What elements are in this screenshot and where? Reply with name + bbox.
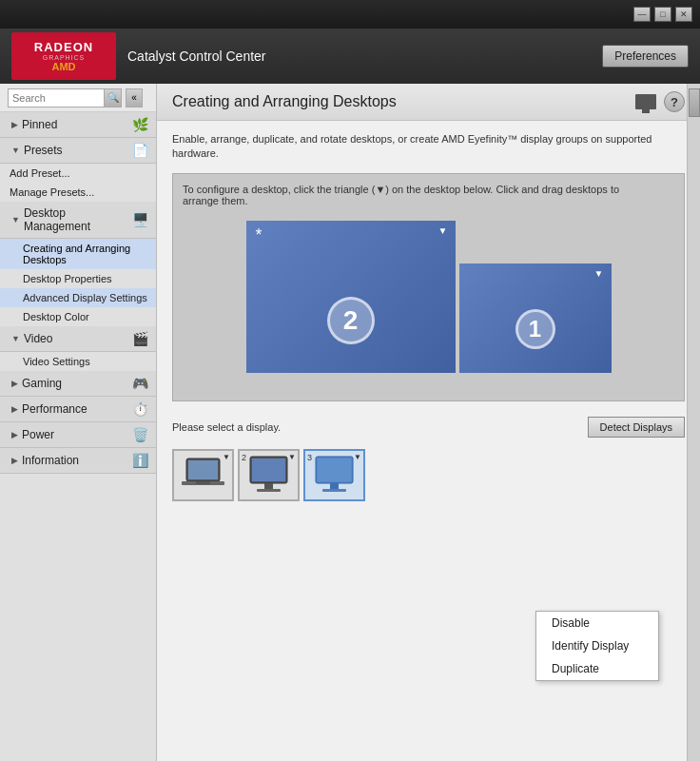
sidebar-item-video[interactable]: ▼ Video 🎬 [0, 326, 156, 352]
monitor-2-icon [247, 455, 290, 495]
content-area: Creating and Arranging Desktops ? Enable… [157, 84, 700, 761]
preferences-button[interactable]: Preferences [602, 45, 689, 68]
search-input[interactable] [9, 92, 104, 104]
presets-label: Presets [24, 144, 63, 157]
context-menu: Disable Identify Display Duplicate [535, 611, 659, 681]
display-1-dropdown[interactable]: ▼ [594, 268, 604, 279]
help-button[interactable]: ? [664, 91, 685, 112]
header-icons: ? [635, 91, 685, 112]
scrollbar-thumb[interactable] [689, 88, 700, 117]
sidebar-toolbar: 🔍 « [0, 84, 156, 112]
titlebar: — □ ✕ [0, 0, 700, 29]
svg-rect-7 [257, 489, 281, 492]
sidebar-item-performance[interactable]: ▶ Performance ⏱️ [0, 397, 156, 422]
sidebar-creating-arranging[interactable]: Creating and Arranging Desktops [0, 239, 156, 269]
laptop-icon [182, 457, 224, 493]
thumbnail-2-dropdown[interactable]: ▼ [288, 453, 296, 461]
svg-rect-5 [252, 459, 285, 481]
sidebar-item-presets[interactable]: ▼ Presets 📄 [0, 138, 156, 164]
svg-rect-3 [196, 481, 210, 484]
information-left: ▶ Information [11, 454, 79, 467]
logo-text-graphics: GRAPHICS [43, 54, 86, 61]
gaming-label: Gaming [22, 377, 62, 390]
content-title: Creating and Arranging Desktops [172, 93, 397, 110]
display-2-dropdown[interactable]: ▼ [438, 225, 448, 236]
performance-icon: ⏱️ [132, 401, 148, 417]
thumbnail-display-2[interactable]: 2 ▼ [238, 449, 300, 501]
description-text: Enable, arrange, duplicate, and rotate d… [172, 132, 685, 162]
gaming-arrow: ▶ [11, 379, 18, 388]
sidebar-video-settings[interactable]: Video Settings [0, 352, 156, 371]
presets-arrow: ▼ [11, 146, 20, 155]
sidebar-manage-presets[interactable]: Manage Presets... [0, 183, 156, 202]
thumbnail-laptop-dropdown[interactable]: ▼ [223, 453, 230, 461]
maximize-button[interactable]: □ [654, 7, 671, 22]
pinned-arrow: ▶ [11, 120, 18, 129]
sidebar-advanced-display[interactable]: Advanced Display Settings [0, 288, 156, 307]
svg-rect-6 [264, 483, 273, 489]
svg-rect-9 [318, 459, 351, 481]
context-menu-duplicate[interactable]: Duplicate [536, 657, 658, 680]
pinned-label: Pinned [22, 118, 57, 131]
sidebar-item-gaming[interactable]: ▶ Gaming 🎮 [0, 371, 156, 397]
display-box-1[interactable]: ▼ 1 [459, 263, 612, 373]
monitor-icon [635, 94, 656, 109]
thumbnail-3-number: 3 [307, 453, 312, 462]
thumbnail-laptop[interactable]: ▼ [172, 449, 234, 501]
desktop-instruction: To configure a desktop, click the triang… [183, 184, 649, 206]
performance-label: Performance [22, 402, 88, 416]
thumbnail-display-3[interactable]: 3 ▼ [303, 449, 365, 501]
svg-rect-11 [322, 489, 346, 492]
monitor-3-icon [313, 455, 356, 495]
search-button[interactable]: 🔍 [104, 89, 121, 107]
information-icon: ℹ️ [132, 453, 148, 468]
context-menu-identify[interactable]: Identify Display [536, 634, 658, 657]
app-title: Catalyst Control Center [127, 49, 266, 64]
sidebar: 🔍 « ▶ Pinned 🌿 ▼ Presets 📄 Add Preset...… [0, 84, 157, 761]
sidebar-desktop-color[interactable]: Desktop Color [0, 307, 156, 326]
power-arrow: ▶ [11, 430, 18, 439]
display-2-number: 2 [327, 297, 375, 344]
logo-box: RADEON GRAPHICS AMD [11, 32, 116, 80]
display-box-2[interactable]: * ▼ 2 [246, 221, 456, 373]
displays-container: * ▼ 2 ▼ 1 [246, 221, 612, 373]
sidebar-item-information[interactable]: ▶ Information ℹ️ [0, 448, 156, 474]
performance-arrow: ▶ [11, 404, 18, 414]
power-label: Power [22, 428, 54, 441]
sidebar-item-power[interactable]: ▶ Power 🗑️ [0, 422, 156, 448]
power-left: ▶ Power [11, 428, 54, 441]
search-box: 🔍 [8, 88, 122, 107]
svg-rect-10 [330, 483, 339, 489]
collapse-button[interactable]: « [126, 88, 143, 107]
display-1-number: 1 [515, 309, 555, 349]
bottom-controls: Please select a display. Detect Displays [172, 411, 685, 443]
thumbnails-row: ▼ 2 ▼ [172, 443, 685, 507]
minimize-button[interactable]: — [633, 7, 651, 22]
desktop-arrangement-area[interactable]: To configure a desktop, click the triang… [172, 173, 685, 401]
video-label: Video [24, 332, 52, 345]
video-icon: 🎬 [132, 331, 148, 346]
gaming-icon: 🎮 [132, 376, 148, 391]
scrollbar[interactable] [687, 84, 700, 761]
close-button[interactable]: ✕ [675, 7, 692, 22]
sidebar-add-preset[interactable]: Add Preset... [0, 164, 156, 183]
main-layout: 🔍 « ▶ Pinned 🌿 ▼ Presets 📄 Add Preset...… [0, 84, 700, 761]
thumbnail-2-number: 2 [242, 453, 246, 462]
video-arrow: ▼ [11, 334, 20, 343]
desktop-mgmt-label: Desktop Management [24, 206, 132, 233]
thumbnail-3-dropdown[interactable]: ▼ [354, 453, 361, 461]
desktop-mgmt-arrow: ▼ [11, 215, 20, 224]
pinned-icon: 🌿 [132, 117, 148, 132]
sidebar-desktop-properties[interactable]: Desktop Properties [0, 269, 156, 288]
select-display-text: Please select a display. [172, 421, 281, 433]
logo-text-radeon: RADEON [34, 40, 93, 54]
display-2-star: * [256, 225, 262, 245]
content-header: Creating and Arranging Desktops ? [157, 84, 700, 121]
app-header: RADEON GRAPHICS AMD Catalyst Control Cen… [0, 29, 700, 84]
performance-left: ▶ Performance [11, 402, 88, 416]
detect-displays-button[interactable]: Detect Displays [588, 417, 685, 438]
sidebar-item-desktop-management[interactable]: ▼ Desktop Management 🖥️ [0, 202, 156, 239]
context-menu-disable[interactable]: Disable [536, 612, 658, 634]
pinned-left: ▶ Pinned [11, 118, 57, 131]
sidebar-item-pinned[interactable]: ▶ Pinned 🌿 [0, 112, 156, 138]
